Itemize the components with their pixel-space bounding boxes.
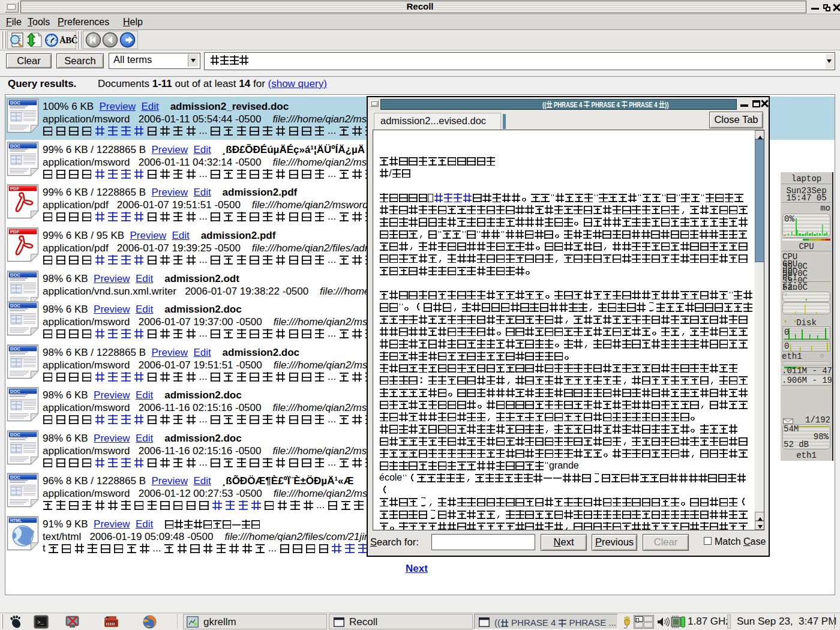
svg-text:>_: >_ bbox=[37, 620, 44, 626]
